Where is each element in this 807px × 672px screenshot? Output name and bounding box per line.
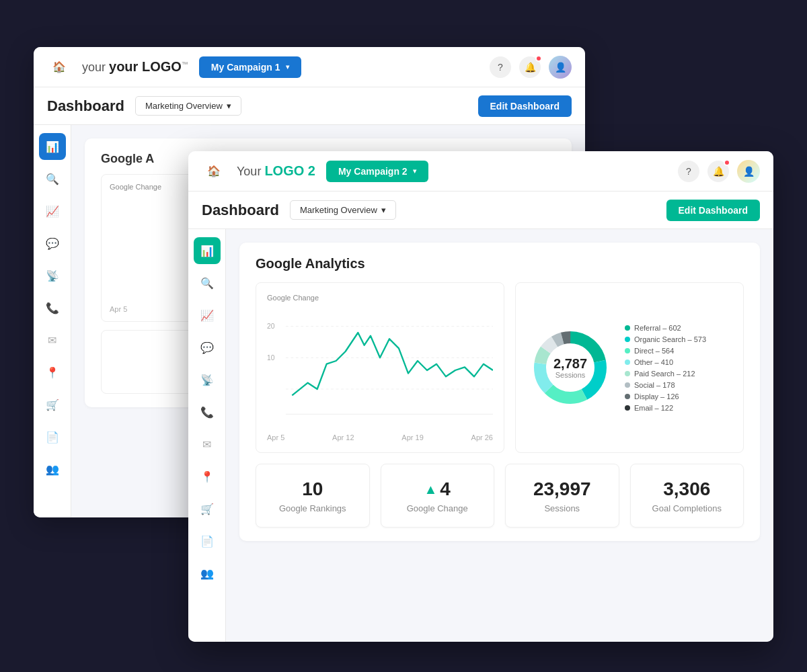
legend-item-other: Other – 410 [625, 358, 732, 366]
front-chart-label: Google Change [267, 294, 493, 302]
stat-rankings-label: Google Rankings [267, 503, 358, 513]
front-sidebar: 📊 🔍 📈 💬 📡 📞 ✉ 📍 🛒 📄 👥 [188, 229, 226, 642]
legend-dot-paid [625, 371, 630, 376]
legend-item-email: Email – 122 [625, 404, 732, 412]
front-donut-card: 2,787 Sessions Referral – 602 [515, 282, 744, 453]
front-page-title: Dashboard [202, 202, 279, 219]
front-ga-title: Google Analytics [256, 256, 744, 271]
stat-goals-number: 3,306 [642, 478, 733, 501]
svg-text:10: 10 [267, 354, 275, 362]
back-help-icon[interactable]: ? [490, 56, 511, 78]
front-sidebar-broadcast-icon[interactable]: 📡 [194, 366, 221, 393]
legend-item-direct: Direct – 564 [625, 347, 732, 355]
legend-item-social: Social – 178 [625, 381, 732, 389]
front-sidebar-analytics-icon[interactable]: 📈 [194, 302, 221, 329]
back-top-bar: 🏠 your your LOGO™ My Campaign 1 ▾ ? 🔔 👤 [34, 47, 585, 87]
front-top-bar-right: ? 🔔 👤 [678, 160, 760, 183]
stat-rankings-number: 10 [267, 478, 358, 501]
front-top-bar: 🏠 Your LOGO 2 My Campaign 2 ▾ ? 🔔 👤 [188, 151, 773, 192]
back-notification-icon[interactable]: 🔔 [519, 56, 541, 78]
back-sidebar-chat-icon[interactable]: 💬 [39, 230, 66, 257]
back-dropdown-chevron: ▾ [227, 101, 231, 111]
front-donut-chart: 2,787 Sessions [527, 324, 614, 411]
front-window: 🏠 Your LOGO 2 My Campaign 2 ▾ ? 🔔 👤 Dash… [188, 151, 773, 642]
back-logo: your your LOGO™ [82, 59, 188, 75]
legend-dot-social [625, 382, 630, 388]
front-sidebar-phone-icon[interactable]: 📞 [194, 398, 221, 425]
svg-text:20: 20 [267, 323, 275, 330]
legend-dot-email [625, 405, 630, 411]
front-marketing-dropdown[interactable]: Marketing Overview ▾ [290, 200, 396, 220]
front-campaign-button[interactable]: My Campaign 2 ▾ [326, 161, 428, 182]
front-sidebar-location-icon[interactable]: 📍 [194, 463, 221, 490]
front-line-chart-container: 20 10 [267, 310, 493, 431]
front-sidebar-search-icon[interactable]: 🔍 [194, 269, 221, 296]
stat-sessions-number: 23,997 [516, 478, 608, 501]
front-content-area: Google Analytics Google Change [226, 229, 773, 642]
front-sidebar-docs-icon[interactable]: 📄 [194, 528, 221, 554]
front-sidebar-chat-icon[interactable]: 💬 [194, 334, 221, 361]
back-campaign-chevron: ▾ [286, 63, 289, 71]
legend-dot-display [625, 394, 630, 399]
back-sidebar: 📊 🔍 📈 💬 📡 📞 ✉ 📍 🛒 📄 👥 [34, 125, 71, 517]
front-chart-row: Google Change 20 1 [256, 282, 744, 453]
donut-number: 2,787 [553, 356, 587, 371]
legend-dot-other [625, 360, 630, 365]
legend-item-display: Display – 126 [625, 392, 732, 401]
front-sub-header: Dashboard Marketing Overview ▾ Edit Dash… [188, 192, 773, 229]
back-sidebar-email-icon[interactable]: ✉ [39, 327, 66, 353]
legend-dot-direct [625, 348, 630, 353]
notification-badge [535, 55, 542, 62]
stat-google-change: ▲ 4 Google Change [381, 464, 495, 528]
stat-sessions-label: Sessions [516, 503, 608, 513]
front-ga-card: Google Analytics Google Change [239, 243, 760, 541]
back-sidebar-broadcast-icon[interactable]: 📡 [39, 262, 66, 289]
donut-label: Sessions [553, 371, 587, 379]
front-sidebar-shop-icon[interactable]: 🛒 [194, 495, 221, 522]
change-arrow-icon: ▲ [424, 481, 438, 497]
legend-item-organic: Organic Search – 573 [625, 335, 732, 343]
front-notification-icon[interactable]: 🔔 [707, 161, 729, 182]
donut-center: 2,787 Sessions [553, 356, 587, 379]
back-home-icon[interactable]: 🏠 [47, 55, 71, 79]
back-edit-dashboard-button[interactable]: Edit Dashboard [478, 95, 572, 117]
back-sidebar-users-icon[interactable]: 👥 [39, 456, 66, 482]
back-sidebar-analytics-icon[interactable]: 📈 [39, 198, 66, 224]
front-notification-badge [724, 159, 730, 166]
front-sidebar-email-icon[interactable]: ✉ [194, 431, 221, 458]
front-campaign-chevron: ▾ [413, 167, 416, 175]
back-sidebar-location-icon[interactable]: 📍 [39, 359, 66, 386]
stat-sessions: 23,997 Sessions [505, 464, 619, 528]
back-avatar[interactable]: 👤 [549, 56, 572, 79]
back-sidebar-dashboard-icon[interactable]: 📊 [39, 133, 66, 160]
back-top-bar-right: ? 🔔 👤 [490, 56, 572, 79]
legend-dot-referral [625, 325, 630, 331]
front-sidebar-dashboard-icon[interactable]: 📊 [194, 237, 221, 264]
back-sidebar-docs-icon[interactable]: 📄 [39, 423, 66, 450]
legend-item-paid: Paid Search – 212 [625, 370, 732, 378]
front-home-icon[interactable]: 🏠 [202, 159, 226, 183]
back-sub-header: Dashboard Marketing Overview ▾ Edit Dash… [34, 87, 585, 125]
back-marketing-dropdown[interactable]: Marketing Overview ▾ [135, 96, 241, 116]
front-help-icon[interactable]: ? [678, 161, 699, 182]
front-edit-dashboard-button[interactable]: Edit Dashboard [666, 200, 760, 221]
stat-goals-label: Goal Completions [642, 503, 733, 513]
back-sidebar-shop-icon[interactable]: 🛒 [39, 391, 66, 418]
front-line-chart-svg: 20 10 [267, 310, 493, 431]
front-x-axis: Apr 5 Apr 12 Apr 19 Apr 26 [267, 431, 493, 442]
donut-legend: Referral – 602 Organic Search – 573 Dire… [625, 324, 732, 412]
back-page-title: Dashboard [47, 97, 124, 115]
front-avatar[interactable]: 👤 [737, 160, 760, 183]
front-dropdown-chevron: ▾ [381, 205, 386, 215]
back-sidebar-search-icon[interactable]: 🔍 [39, 165, 66, 192]
legend-dot-organic [625, 337, 630, 342]
stat-change-number: ▲ 4 [392, 478, 484, 501]
front-logo: Your LOGO 2 [237, 163, 315, 179]
front-sidebar-users-icon[interactable]: 👥 [194, 560, 221, 587]
back-campaign-button[interactable]: My Campaign 1 ▾ [199, 56, 301, 78]
back-sidebar-phone-icon[interactable]: 📞 [39, 294, 66, 321]
stat-google-rankings: 10 Google Rankings [256, 464, 370, 528]
front-stats-row: 10 Google Rankings ▲ 4 Google Change 23,… [256, 464, 744, 528]
front-line-chart-card: Google Change 20 1 [256, 282, 504, 453]
stat-change-label: Google Change [392, 503, 484, 513]
